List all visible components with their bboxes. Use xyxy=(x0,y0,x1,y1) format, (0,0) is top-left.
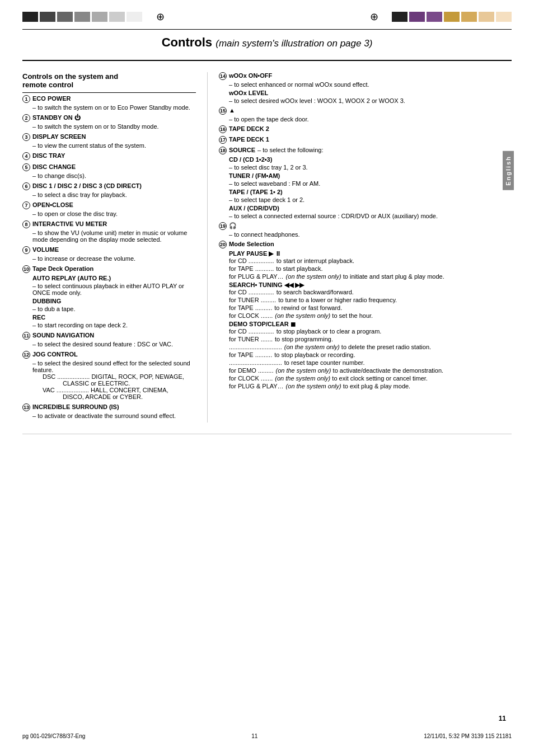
item-disc-tray-header: 4 DISC TRAY xyxy=(22,152,196,160)
play-pause-table: for CD ............... to start or inter… xyxy=(229,257,512,280)
item-source-header: 18 SOURCE – to select the following: xyxy=(219,147,512,154)
page-title-area: Controls (main system's illustration on … xyxy=(22,30,512,61)
item-vu-meter-header: 8 INTERACTIVE VU METER xyxy=(22,220,196,228)
item-eject: 15 ▲ to open the tape deck door. xyxy=(219,107,512,123)
item-mode-selection-header: 20 Mode Selection xyxy=(219,241,512,248)
item-tape-deck-op-header: 10 Tape Deck Operation xyxy=(22,265,196,273)
item-disc-change: 5 DISC CHANGE to change disc(s). xyxy=(22,163,196,179)
item-jog-control-header: 12 JOG CONTROL xyxy=(22,351,196,359)
item-woox-on-off: 14 wOOx ON•OFF to select enhanced or nor… xyxy=(219,72,512,104)
item-sound-navigation-header: 11 SOUND NAVIGATION xyxy=(22,332,196,340)
heading-line2: remote control xyxy=(22,81,73,89)
page-number: 11 xyxy=(499,715,506,722)
title-bold: Controls xyxy=(162,35,212,49)
rbar-6 xyxy=(479,12,494,22)
item-disc-change-header: 5 DISC CHANGE xyxy=(22,163,196,171)
item-tape-deck-op: 10 Tape Deck Operation AUTO REPLAY (AUTO… xyxy=(22,265,196,328)
rbar-4 xyxy=(444,12,460,22)
item-volume: 9 VOLUME to increase or decrease the vol… xyxy=(22,246,196,262)
item-tape-deck-1: 17 TAPE DECK 1 xyxy=(219,136,512,144)
bar-7 xyxy=(127,12,142,22)
item-headphones: 19 🎧 to connect headphones. xyxy=(219,222,512,238)
page-title: Controls (main system's illustration on … xyxy=(45,35,489,50)
heading-line1: Controls on the system and xyxy=(22,72,118,81)
bar-4 xyxy=(74,12,90,22)
rbar-7 xyxy=(496,12,512,22)
compass-left: ⊕ xyxy=(153,10,167,24)
item-eco-power: 1 ECO POWER to switch the system on or t… xyxy=(22,95,196,111)
bar-5 xyxy=(92,12,107,22)
main-content: Controls on the system and remote contro… xyxy=(0,61,534,434)
item-vu-meter: 8 INTERACTIVE VU METER to show the VU (v… xyxy=(22,220,196,243)
rbar-2 xyxy=(409,12,425,22)
item-tape-deck-2-header: 16 TAPE DECK 2 xyxy=(219,125,512,133)
bottom-center-page: 11 xyxy=(251,733,257,739)
item-incredible-surround: 13 INCREDIBLE SURROUND (IS) to activate … xyxy=(22,403,196,419)
item-standby-header: 2 STANDBY ON ⏻ xyxy=(22,114,196,122)
left-bar-group xyxy=(22,12,142,22)
item-open-close: 7 OPEN•CLOSE to open or close the disc t… xyxy=(22,201,196,217)
bar-2 xyxy=(40,12,55,22)
rbar-3 xyxy=(427,12,442,22)
item-eco-power-header: 1 ECO POWER xyxy=(22,95,196,103)
item-tape-deck-1-header: 17 TAPE DECK 1 xyxy=(219,136,512,144)
item-eject-header: 15 ▲ xyxy=(219,107,512,115)
rbar-5 xyxy=(461,12,477,22)
demo-stop-table: for CD ............... to stop playback … xyxy=(229,328,512,389)
item-mode-selection: 20 Mode Selection PLAY PAUSE ▶ ⏸ for CD … xyxy=(219,241,512,389)
item-display-screen-header: 3 DISPLAY SCREEN xyxy=(22,133,196,141)
right-bar-group xyxy=(392,12,512,22)
item-standby: 2 STANDBY ON ⏻ to switch the system on o… xyxy=(22,114,196,130)
left-section-heading: Controls on the system and remote contro… xyxy=(22,72,196,89)
item-volume-header: 9 VOLUME xyxy=(22,246,196,254)
item-display-screen: 3 DISPLAY SCREEN to view the current sta… xyxy=(22,133,196,149)
bottom-left-text: pg 001-029/C788/37-Eng xyxy=(22,733,85,739)
item-woox-on-off-header: 14 wOOx ON•OFF xyxy=(219,72,512,80)
rbar-1 xyxy=(392,12,407,22)
item-disc-123: 6 DISC 1 / DISC 2 / DISC 3 (CD DIRECT) t… xyxy=(22,182,196,198)
bar-1 xyxy=(22,12,38,22)
item-disc-123-header: 6 DISC 1 / DISC 2 / DISC 3 (CD DIRECT) xyxy=(22,182,196,190)
item-disc-tray: 4 DISC TRAY xyxy=(22,152,196,160)
top-bars: ⊕ ⊕ xyxy=(0,0,534,29)
left-column: Controls on the system and remote contro… xyxy=(22,72,196,422)
title-italic: (main system's illustration on page 3) xyxy=(216,38,372,49)
bottom-right-text: 12/11/01, 5:32 PM 3139 115 21181 xyxy=(424,733,512,739)
right-column: 14 wOOx ON•OFF to select enhanced or nor… xyxy=(207,72,512,422)
item-open-close-header: 7 OPEN•CLOSE xyxy=(22,201,196,209)
english-sidebar-label: English xyxy=(503,151,514,190)
bar-3 xyxy=(57,12,73,22)
item-source: 18 SOURCE – to select the following: CD … xyxy=(219,147,512,219)
bar-6 xyxy=(109,12,125,22)
item-incredible-surround-header: 13 INCREDIBLE SURROUND (IS) xyxy=(22,403,196,411)
item-sound-navigation: 11 SOUND NAVIGATION to select the desire… xyxy=(22,332,196,348)
item-headphones-header: 19 🎧 xyxy=(219,222,512,230)
compass-right: ⊕ xyxy=(367,10,381,24)
page-bottom: pg 001-029/C788/37-Eng 11 12/11/01, 5:32… xyxy=(0,733,534,739)
item-tape-deck-2: 16 TAPE DECK 2 xyxy=(219,125,512,133)
item-jog-control: 12 JOG CONTROL to select the desired sou… xyxy=(22,351,196,400)
search-tuning-table: for CD ............... to search backwar… xyxy=(229,289,512,319)
